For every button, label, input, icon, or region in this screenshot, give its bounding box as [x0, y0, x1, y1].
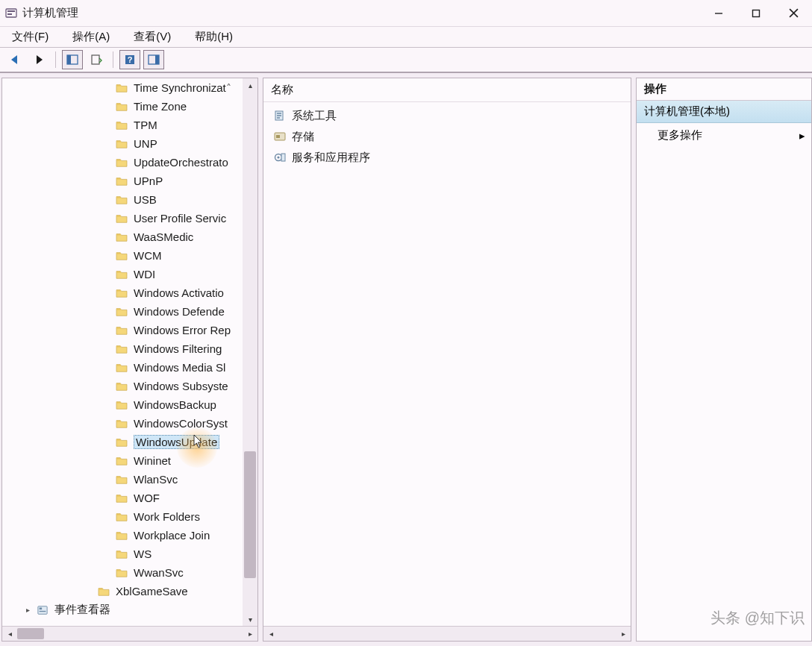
export-list-button[interactable]	[86, 50, 107, 69]
folder-icon	[114, 193, 129, 207]
tree-item-label: WS	[134, 548, 152, 560]
tree-item[interactable]: WindowsUpdate	[2, 433, 257, 451]
tree-item-label: WindowsColorSyst	[134, 417, 228, 430]
svg-point-21	[277, 156, 279, 158]
tree-item-label: UNP	[134, 137, 157, 150]
tree-item-label: Windows Subsyste	[134, 380, 228, 392]
more-actions-item[interactable]: 更多操作 ▸	[637, 123, 811, 148]
tree-item[interactable]: Windows Error Rep	[2, 321, 257, 339]
scroll-right-icon[interactable]: ▸	[243, 627, 257, 641]
tree-item-label: Time Zone	[134, 100, 187, 113]
svg-rect-15	[40, 607, 43, 609]
tree-item[interactable]: UpdateOrchestrato	[2, 153, 257, 172]
folder-icon	[114, 100, 129, 113]
list-item[interactable]: 系统工具	[268, 105, 626, 126]
column-header-name[interactable]: 名称	[263, 78, 631, 102]
tree-item[interactable]: Workplace Join	[2, 526, 257, 545]
folder-icon	[114, 566, 129, 580]
scroll-up-icon[interactable]: ▴	[243, 78, 257, 92]
maximize-button[interactable]	[737, 0, 775, 26]
list-item[interactable]: 存储	[268, 126, 626, 147]
tree-item-label: WDI	[134, 268, 155, 280]
folder-icon	[114, 286, 129, 300]
tree-item[interactable]: Wininet	[2, 451, 257, 470]
tree-vertical-scrollbar[interactable]: ▴ ▾	[243, 78, 257, 626]
hscroll-thumb[interactable]	[17, 628, 44, 639]
more-actions-label: 更多操作	[658, 128, 702, 142]
tree-item-label: XblGameSave	[116, 585, 188, 598]
tree-item-label: Windows Activatio	[134, 286, 224, 299]
tree-item[interactable]: WwanSvc	[2, 563, 257, 582]
tree-item[interactable]: User Profile Servic	[2, 209, 257, 228]
tree-item[interactable]: Time Zone	[2, 97, 257, 116]
tree-item[interactable]: WlanSvc	[2, 470, 257, 489]
tree-item[interactable]: Windows Media Sl	[2, 358, 257, 377]
tree-item[interactable]: Windows Filtering	[2, 339, 257, 358]
actions-section-title[interactable]: 计算机管理(本地)	[637, 101, 811, 123]
tree-item-label: Time Synchronizat	[134, 81, 226, 94]
show-hide-tree-button[interactable]	[62, 50, 83, 69]
svg-rect-22	[281, 154, 285, 161]
svg-text:?: ?	[128, 55, 133, 64]
tree-item-label: Workplace Join	[134, 529, 210, 542]
nav-back-button[interactable]	[4, 50, 25, 69]
tree-item[interactable]: UNP	[2, 134, 257, 153]
tree-item-label: WindowsUpdate	[134, 435, 219, 449]
tree-item[interactable]: TPM	[2, 116, 257, 134]
tree-item[interactable]: Windows Subsyste	[2, 377, 257, 395]
tree-item-event-viewer[interactable]: ▸事件查看器	[2, 600, 257, 619]
svg-rect-13	[155, 55, 159, 64]
tree-item[interactable]: WCM	[2, 246, 257, 265]
folder-icon	[114, 249, 129, 263]
scroll-thumb[interactable]	[244, 451, 256, 578]
close-button[interactable]	[775, 0, 812, 26]
tools-icon	[272, 109, 287, 122]
tree-item[interactable]: WOF	[2, 489, 257, 507]
folder-icon	[114, 529, 129, 542]
tree-item[interactable]: UPnP	[2, 172, 257, 190]
menu-action[interactable]: 操作(A)	[65, 28, 117, 46]
menu-help[interactable]: 帮助(H)	[187, 28, 240, 46]
nav-forward-button[interactable]	[28, 50, 49, 69]
scroll-right-icon[interactable]: ▸	[616, 627, 631, 641]
menu-view[interactable]: 查看(V)	[126, 28, 178, 46]
tree-item[interactable]: Time Synchronizat ˄	[2, 78, 257, 97]
tree-item-label: TPM	[134, 119, 157, 131]
tree-item[interactable]: WindowsColorSyst	[2, 414, 257, 433]
svg-rect-2	[7, 13, 12, 15]
tree-item[interactable]: XblGameSave	[2, 582, 257, 600]
list-horizontal-scrollbar[interactable]: ◂ ▸	[263, 626, 631, 641]
folder-icon	[114, 156, 129, 169]
tree-item[interactable]: WaaSMedic	[2, 228, 257, 246]
tree-item-label: Windows Error Rep	[134, 324, 231, 336]
help-button[interactable]: ?	[119, 50, 140, 69]
tree-item[interactable]: WindowsBackup	[2, 395, 257, 414]
folder-icon	[114, 81, 129, 95]
list-item-label: 系统工具	[292, 109, 337, 123]
list-item[interactable]: 服务和应用程序	[268, 147, 626, 168]
tree-item-label: WindowsBackup	[134, 398, 216, 411]
tree-item[interactable]: Windows Defende	[2, 302, 257, 321]
menu-file[interactable]: 文件(F)	[4, 28, 56, 46]
scroll-left-icon[interactable]: ◂	[263, 627, 278, 641]
minimize-button[interactable]	[700, 0, 737, 26]
folder-icon	[114, 380, 129, 393]
scroll-down-icon[interactable]: ▾	[243, 612, 257, 626]
tree-item[interactable]: WS	[2, 545, 257, 563]
tree[interactable]: Time Synchronizat ˄Time ZoneTPMUNPUpdate…	[2, 78, 257, 626]
show-hide-action-pane-button[interactable]	[143, 50, 164, 69]
tree-item[interactable]: Windows Activatio	[2, 283, 257, 302]
tree-item[interactable]: WDI	[2, 265, 257, 283]
actions-section-label: 计算机管理(本地)	[644, 104, 730, 117]
tree-item[interactable]: USB	[2, 190, 257, 209]
tree-item-label: Windows Filtering	[134, 342, 222, 355]
scroll-up-hint-icon: ˄	[226, 82, 231, 94]
tree-item[interactable]: Work Folders	[2, 507, 257, 526]
folder-icon	[114, 268, 129, 281]
tree-horizontal-scrollbar[interactable]: ◂ ▸	[2, 626, 257, 641]
folder-icon	[114, 137, 129, 151]
scroll-left-icon[interactable]: ◂	[2, 627, 17, 641]
tree-item-label: User Profile Servic	[134, 212, 226, 225]
expand-icon[interactable]: ▸	[23, 606, 32, 614]
folder-icon	[114, 212, 129, 225]
